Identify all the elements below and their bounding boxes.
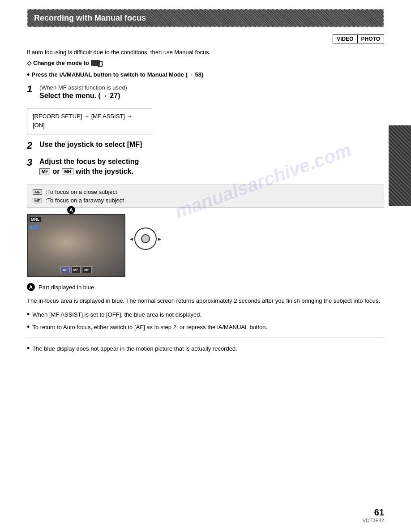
cam-mf-btn-1: MF xyxy=(71,266,81,273)
mode-badges: VIDEO PHOTO xyxy=(27,34,384,43)
or-text: or xyxy=(52,167,60,176)
page-container: manualsarchive.com Recording with Manual… xyxy=(0,0,411,532)
joystick-arrow-left: ◂ xyxy=(130,235,133,242)
record-setup-box: [RECORD SETUP] → [MF ASSIST] → [ON] xyxy=(27,108,152,135)
bullet-auto-focus-text: To return to Auto focus, either switch t… xyxy=(32,323,267,332)
cam-bottom-buttons: AF MF MF xyxy=(60,266,92,273)
cam-mnl-label: MNL xyxy=(30,217,41,222)
step-1: 1 (When MF assist function is used) Sele… xyxy=(27,84,384,100)
focus-close-text: :To focus on a close subject xyxy=(46,189,117,195)
bullet-mf-assist-off-text: When [MF ASSIST] is set to [OFF], the bl… xyxy=(32,310,201,319)
step-1-main: Select the menu. (→ 27) xyxy=(39,92,384,100)
focus-far-text: :To focus on a faraway subject xyxy=(46,197,124,204)
intro-text: If auto focusing is difficult due to the… xyxy=(27,48,384,57)
footnote-dot: • xyxy=(27,344,30,352)
page-num-code: VQT3E42 xyxy=(363,518,384,523)
bullet-manual-button: • Press the iA/MANUAL button to switch t… xyxy=(27,71,384,79)
camera-icon xyxy=(91,60,100,66)
bullet-dot-1: • xyxy=(27,310,30,318)
joystick-arrow-right: ▸ xyxy=(158,235,161,242)
part-a-text: Part displayed in blue xyxy=(39,284,94,291)
photo-badge: PHOTO xyxy=(357,34,384,43)
divider xyxy=(27,338,384,338)
cam-mf-large-label: MF xyxy=(30,224,39,231)
part-a-label: A Part displayed in blue xyxy=(27,283,384,291)
joystick-wrapper: ◂ ▸ xyxy=(134,227,157,250)
step-1-sub: (When MF assist function is used) xyxy=(39,84,384,91)
cam-af-btn: AF xyxy=(60,266,70,273)
step-2-main: Use the joystick to select [MF] xyxy=(39,141,384,149)
camera-display-section: A MNL MF AF MF MF ◂ ▸ xyxy=(27,214,384,277)
focus-info-section: MF :To focus on a close subject MF :To f… xyxy=(27,184,384,208)
step-2: 2 Use the joystick to select [MF] xyxy=(27,141,384,153)
step-2-number: 2 xyxy=(27,141,36,150)
step-3: 3 Adjust the focus by selecting MF or MH… xyxy=(27,158,384,180)
joystick-circle: ◂ ▸ xyxy=(134,227,157,250)
footnote-text: The blue display does not appear in the … xyxy=(32,344,237,353)
cam-mf-btn-2: MF xyxy=(82,266,92,273)
bullet-manual-text: Press the iA/MANUAL button to switch to … xyxy=(31,71,203,79)
mf-far-btn: MH xyxy=(62,168,73,175)
page-number: 61 VQT3E42 xyxy=(363,507,384,523)
label-a-circle: A xyxy=(67,206,75,214)
change-mode-line: ◇ Change the mode to . xyxy=(27,60,384,66)
joystick-inner xyxy=(141,234,150,243)
record-setup-line2: [ON] xyxy=(33,122,45,129)
camera-screen-wrapper: A MNL MF AF MF MF xyxy=(27,214,125,277)
bullet-auto-focus: • To return to Auto focus, either switch… xyxy=(27,323,384,332)
camera-screen: MNL MF AF MF MF xyxy=(27,214,125,277)
video-badge: VIDEO xyxy=(333,34,357,43)
side-decoration xyxy=(389,125,411,206)
step-3-header: Adjust the focus by selecting xyxy=(39,158,384,166)
diamond-icon: ◇ xyxy=(27,60,31,66)
mf-close-btn: MF xyxy=(39,168,50,175)
focus-info-close: MF :To focus on a close subject xyxy=(33,189,378,195)
mf-close-icon: MF xyxy=(33,189,42,195)
record-setup-line1: [RECORD SETUP] → [MF ASSIST] → xyxy=(33,113,132,120)
body-para-1: The in-focus area is displayed in blue. … xyxy=(27,296,384,306)
bullet-dot-2: • xyxy=(27,323,30,331)
step-1-content: (When MF assist function is used) Select… xyxy=(39,84,384,100)
with-joystick-text: with the joystick. xyxy=(76,167,133,176)
change-mode-text: Change the mode to xyxy=(33,60,89,66)
step-2-content: Use the joystick to select [MF] xyxy=(39,141,384,153)
step-3-sub: MF or MH with the joystick. xyxy=(39,167,384,176)
circle-a: A xyxy=(27,283,35,291)
page-num-big: 61 xyxy=(363,507,384,518)
bullet-mf-assist-off: • When [MF ASSIST] is set to [OFF], the … xyxy=(27,310,384,319)
page-title: Recording with Manual focus xyxy=(27,9,384,27)
step-1-number: 1 xyxy=(27,84,36,94)
footnote-bullet: • The blue display does not appear in th… xyxy=(27,344,384,353)
step-3-content: Adjust the focus by selecting MF or MH w… xyxy=(39,158,384,180)
focus-info-far: MF :To focus on a faraway subject xyxy=(33,197,378,204)
mf-far-icon: MF xyxy=(33,198,42,203)
step-3-number: 3 xyxy=(27,158,36,167)
bullet-dot: • xyxy=(27,71,30,79)
